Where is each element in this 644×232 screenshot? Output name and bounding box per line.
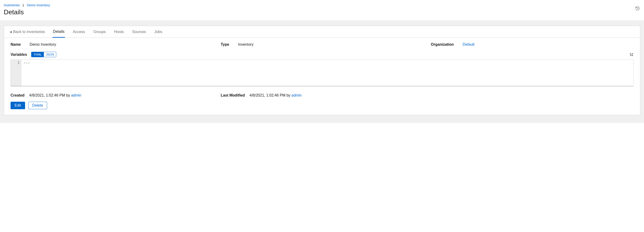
tab-jobs[interactable]: Jobs	[154, 26, 163, 38]
created-value: 4/8/2021, 1:02:46 PM by admin	[29, 93, 81, 98]
modified-timestamp: 4/8/2021, 1:02:46 PM by	[250, 93, 292, 97]
breadcrumb-root[interactable]: Inventories	[4, 3, 20, 7]
created-field: Created 4/8/2021, 1:02:46 PM by admin	[10, 93, 213, 98]
format-toggle: YAML JSON	[31, 52, 56, 57]
modified-user-link[interactable]: admin	[292, 93, 302, 97]
breadcrumb: Inventories ❯ Demo Inventory	[4, 3, 640, 7]
field-name: Name Demo Inventory	[10, 42, 213, 47]
type-label: Type	[221, 42, 229, 47]
breadcrumb-item[interactable]: Demo Inventory	[27, 3, 50, 7]
tab-hosts[interactable]: Hosts	[114, 26, 124, 38]
name-value: Demo Inventory	[30, 42, 56, 47]
tab-groups[interactable]: Groups	[93, 26, 106, 38]
toggle-yaml[interactable]: YAML	[32, 52, 44, 57]
editor-content[interactable]: ---	[22, 60, 633, 86]
caret-left-icon: ◀	[10, 30, 12, 34]
created-user-link[interactable]: admin	[71, 93, 81, 97]
content-area: ◀ Back to Inventories Details Access Gro…	[0, 20, 644, 123]
page-title: Details	[4, 8, 640, 16]
variables-label: Variables	[10, 52, 27, 57]
back-label: Back to Inventories	[13, 30, 45, 34]
organization-link[interactable]: Default	[462, 42, 474, 47]
variables-editor[interactable]: 1 ---	[10, 60, 634, 86]
variables-header: Variables YAML JSON	[10, 52, 634, 57]
toggle-json[interactable]: JSON	[44, 52, 56, 57]
field-row: Name Demo Inventory Type Inventory Organ…	[10, 42, 634, 47]
tab-access[interactable]: Access	[72, 26, 86, 38]
line-number: 1	[11, 61, 20, 65]
tab-sources[interactable]: Sources	[132, 26, 146, 38]
page-header: Inventories ❯ Demo Inventory Details	[0, 0, 644, 20]
tab-bar: ◀ Back to Inventories Details Access Gro…	[4, 26, 640, 38]
tab-details[interactable]: Details	[52, 26, 65, 38]
detail-card: ◀ Back to Inventories Details Access Gro…	[4, 26, 640, 115]
action-bar: Edit Delete	[10, 102, 634, 109]
edit-button[interactable]: Edit	[10, 102, 25, 109]
field-type: Type Inventory	[221, 42, 424, 47]
editor-gutter: 1	[11, 60, 22, 86]
card-body: Name Demo Inventory Type Inventory Organ…	[4, 38, 640, 115]
delete-button[interactable]: Delete	[28, 102, 47, 109]
expand-icon[interactable]	[630, 53, 634, 56]
created-timestamp: 4/8/2021, 1:02:46 PM by	[29, 93, 71, 97]
meta-row: Created 4/8/2021, 1:02:46 PM by admin La…	[10, 93, 634, 98]
modified-value: 4/8/2021, 1:02:46 PM by admin	[250, 93, 302, 98]
modified-field: Last Modified 4/8/2021, 1:02:46 PM by ad…	[221, 93, 424, 98]
back-to-inventories[interactable]: ◀ Back to Inventories	[10, 30, 45, 34]
type-value: Inventory	[238, 42, 254, 47]
history-icon[interactable]	[635, 6, 640, 11]
created-label: Created	[10, 93, 24, 98]
name-label: Name	[10, 42, 21, 47]
chevron-right-icon: ❯	[22, 4, 24, 7]
organization-label: Organization	[431, 42, 454, 47]
field-organization: Organization Default	[431, 42, 634, 47]
modified-label: Last Modified	[221, 93, 245, 98]
